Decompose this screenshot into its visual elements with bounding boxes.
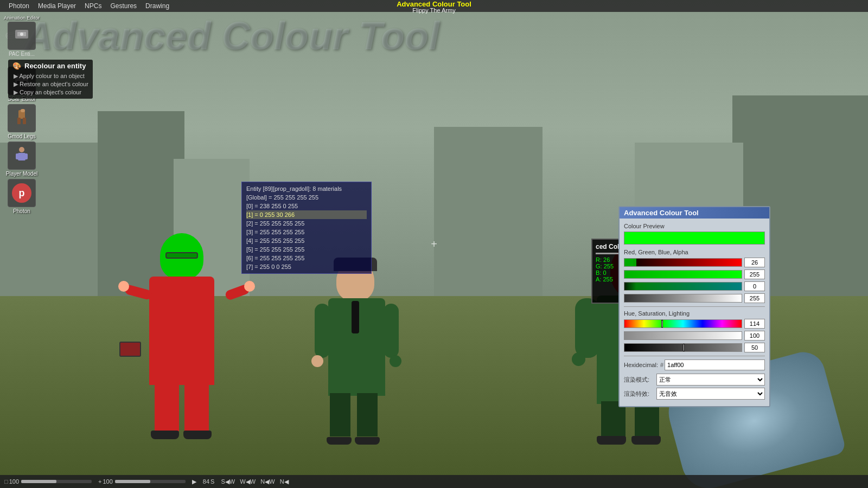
- cp-hex-hash: #: [660, 362, 663, 368]
- tooltip-apply[interactable]: Apply colour to an object: [12, 72, 88, 80]
- title-center: Advanced Colour Tool Flippy The Army: [397, 0, 471, 14]
- animation-editor-btn[interactable]: [8, 22, 36, 50]
- entity-row-1: [0] = 238 255 0 255: [246, 202, 367, 210]
- cp-hex-input[interactable]: [665, 359, 765, 370]
- entity-row-3: [2] = 255 255 255 255: [246, 219, 367, 228]
- status-fov: □ 100: [4, 478, 92, 485]
- cp-blend-mode-label: 渲染模式:: [624, 376, 656, 384]
- left-sidebar: Animation Editor PAC Enti... SCar Editor…: [0, 12, 43, 214]
- status-fps: 84 S: [203, 478, 215, 485]
- cp-blend-effect-label: 渲染特效:: [624, 390, 656, 398]
- character-green-center: [326, 260, 391, 445]
- cp-sat-slider[interactable]: [624, 331, 742, 340]
- svg-rect-14: [24, 153, 28, 159]
- cp-green-input[interactable]: [744, 269, 765, 279]
- cp-hex-label: Hexidecimal:: [624, 362, 658, 368]
- colour-panel-title: Advanced Colour Tool: [620, 207, 769, 219]
- cp-blend-effect-row: 渲染特效: 无音效: [624, 388, 765, 400]
- cp-blend-mode-row: 渲染模式: 正常: [624, 374, 765, 386]
- cp-blend-mode-select[interactable]: 正常: [656, 374, 765, 386]
- svg-point-2: [20, 33, 23, 36]
- entity-row-4: [3] = 255 255 255 255: [246, 228, 367, 236]
- cp-lit-row: [624, 343, 765, 352]
- entity-row-global: [Global] = 255 255 255 255: [246, 193, 367, 202]
- menu-npcs[interactable]: NPCs: [80, 2, 106, 10]
- entity-row-2: [1] = 0 255 30 266: [246, 210, 367, 219]
- cp-red-input[interactable]: [744, 258, 765, 267]
- svg-rect-13: [16, 153, 19, 159]
- cp-red-slider[interactable]: [624, 258, 742, 267]
- cp-hsl-label: Hue, Saturation, Lighting: [624, 310, 765, 317]
- colour-panel-body: Colour Preview Red, Green, Blue, Alpha: [620, 219, 769, 406]
- cp-hue-slider[interactable]: [624, 319, 742, 328]
- tooltip-copy[interactable]: Copy an object's colour: [12, 88, 88, 97]
- tooltip-title: 🎨 Recolour an entity: [12, 62, 88, 70]
- cp-lit-input[interactable]: [744, 343, 765, 352]
- player-model-label: Player Model: [6, 171, 37, 177]
- status-speed-slider[interactable]: [115, 480, 186, 483]
- animation-editor-label: Animation Editor: [4, 15, 40, 21]
- svg-rect-12: [18, 153, 25, 160]
- status-speed: + 100: [98, 478, 186, 485]
- cp-hex-row: Hexidecimal: #: [624, 359, 765, 370]
- status-bar: □ 100 + 100 ▶ 84 S S◀W W◀W N◀W N◀: [0, 475, 868, 488]
- cp-blue-slider[interactable]: [624, 282, 742, 291]
- cp-alpha-row: [624, 293, 765, 303]
- player-model-btn[interactable]: [8, 142, 36, 170]
- photon-icon: p: [12, 183, 31, 203]
- cp-blend-effect-select[interactable]: 无音效: [656, 388, 765, 400]
- character-red-left: [146, 233, 233, 439]
- cp-red-row: [624, 258, 765, 267]
- gmod-legs-icon: [13, 108, 30, 129]
- menu-bar: Photon Media Player NPCs Gestures Drawin…: [0, 0, 868, 12]
- tooltip-restore[interactable]: Restore an object's colour: [12, 80, 88, 88]
- svg-point-11: [19, 147, 24, 152]
- status-nav: S◀W W◀W N◀W N◀: [221, 478, 288, 485]
- svg-rect-9: [23, 118, 26, 124]
- svg-rect-10: [21, 109, 25, 112]
- status-arrow: ▶: [192, 478, 196, 485]
- cp-alpha-slider[interactable]: [624, 294, 742, 303]
- cp-alpha-input[interactable]: [744, 293, 765, 303]
- cp-colour-preview: [624, 232, 765, 245]
- status-fov-slider[interactable]: [21, 480, 92, 483]
- cp-blue-input[interactable]: [744, 281, 765, 291]
- cp-blue-row: [624, 281, 765, 291]
- menu-gestures[interactable]: Gestures: [106, 2, 141, 10]
- cp-sat-row: [624, 331, 765, 341]
- svg-rect-8: [17, 118, 21, 124]
- entity-row-0: Entity [89][prop_ragdoll]: 8 materials: [246, 184, 367, 193]
- tooltip-menu: 🎨 Recolour an entity Apply colour to an …: [8, 60, 93, 99]
- player-model-icon: [13, 145, 30, 166]
- entity-row-5: [4] = 255 255 255 255: [246, 236, 367, 245]
- cp-green-row: [624, 269, 765, 279]
- animation-editor-icon: [13, 25, 30, 46]
- menu-drawing[interactable]: Drawing: [141, 2, 174, 10]
- cp-preview-label: Colour Preview: [624, 223, 765, 229]
- gmod-legs-label: Gmod Legs: [8, 133, 36, 139]
- cp-sat-input[interactable]: [744, 331, 765, 341]
- menu-media-player[interactable]: Media Player: [34, 2, 80, 10]
- entity-info-box: Entity [89][prop_ragdoll]: 8 materials […: [241, 182, 372, 274]
- photon-label: Photon: [13, 208, 30, 214]
- colour-panel: Advanced Colour Tool Colour Preview Red,…: [618, 206, 770, 407]
- pac-label: PAC Enti...: [9, 51, 35, 57]
- menu-photon[interactable]: Photon: [4, 2, 34, 10]
- cp-rgba-label: Red, Green, Blue, Alpha: [624, 249, 765, 255]
- photon-btn[interactable]: p: [8, 179, 36, 207]
- entity-row-7: [6] = 255 255 255 255: [246, 254, 367, 262]
- entity-row-8: [7] = 255 0 0 255: [246, 262, 367, 271]
- entity-row-6: [5] = 255 255 255 255: [246, 245, 367, 254]
- cp-green-slider[interactable]: [624, 270, 742, 279]
- gmod-legs-btn[interactable]: [8, 104, 36, 132]
- cp-lit-slider[interactable]: [624, 343, 742, 352]
- cp-hue-input[interactable]: [744, 319, 765, 329]
- cp-hue-row: [624, 319, 765, 329]
